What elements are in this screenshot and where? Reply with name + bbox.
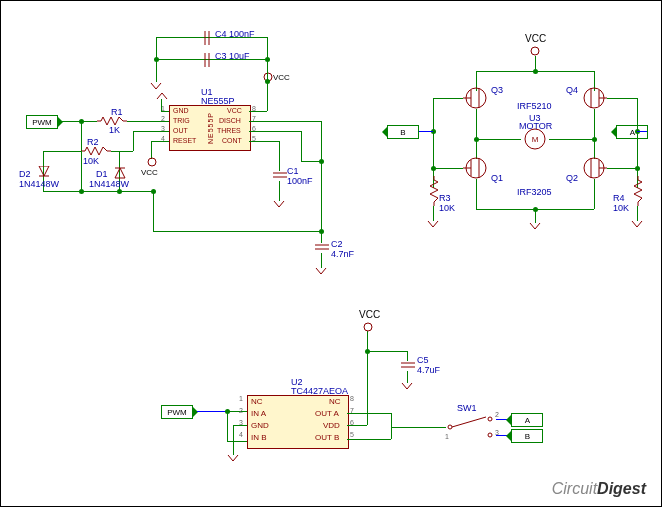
- wire: [133, 131, 134, 151]
- wire: [197, 411, 227, 412]
- pin4-label: IN B: [251, 433, 267, 442]
- r1-ref: R1: [111, 107, 123, 117]
- junction: [533, 69, 538, 74]
- pin-num: 1: [239, 395, 243, 402]
- u3-val: MOTOR: [519, 121, 552, 131]
- gnd-icon: [528, 221, 542, 231]
- cap-c2: [315, 241, 329, 255]
- wire: [153, 191, 154, 231]
- vcc-label: VCC: [359, 309, 380, 320]
- c3-ref: C3: [215, 51, 227, 61]
- junction: [319, 159, 324, 164]
- wire: [227, 411, 228, 441]
- switch-sw1: [446, 413, 496, 441]
- wire: [367, 331, 368, 425]
- wire: [161, 111, 169, 112]
- c1-val: 100nF: [287, 176, 313, 186]
- pin7-label: OUT A: [315, 409, 339, 418]
- sw-pin2: 2: [495, 411, 499, 418]
- pin2-label: IN A: [251, 409, 266, 418]
- wire: [594, 109, 595, 139]
- svg-line-39: [452, 417, 486, 427]
- mosfet-q1: [463, 156, 489, 180]
- wire: [227, 411, 247, 412]
- pin2-label: TRIG: [173, 117, 190, 124]
- wire: [607, 168, 637, 169]
- junction: [265, 57, 270, 62]
- gnd-icon: [314, 266, 328, 276]
- svg-marker-0: [39, 166, 49, 176]
- svg-point-38: [488, 433, 492, 437]
- wire: [249, 111, 267, 112]
- gnd-icon: [272, 199, 286, 209]
- u1-val: NE555P: [201, 96, 235, 106]
- svg-point-14: [531, 47, 539, 55]
- pin8-label: VCC: [227, 107, 242, 114]
- gnd-icon: [155, 91, 169, 101]
- wire: [476, 179, 477, 209]
- svg-point-36: [448, 425, 452, 429]
- gnd-icon: [630, 219, 644, 229]
- c4-val: 100nF: [229, 29, 255, 39]
- pin7-label: DISCH: [219, 117, 241, 124]
- svg-marker-2: [115, 168, 125, 178]
- c3-val: 10uF: [229, 51, 250, 61]
- port-pwm-in-2: PWM: [161, 405, 193, 419]
- chip-marking: NE555P: [207, 112, 214, 144]
- pin6-label: THRES: [217, 127, 241, 134]
- wire: [476, 109, 477, 139]
- wire: [227, 441, 247, 442]
- resistor-r3: [430, 176, 438, 206]
- port-label: A: [524, 416, 529, 425]
- c5-ref: C5: [417, 355, 429, 365]
- wire: [43, 191, 153, 192]
- mosfet-q4: [581, 86, 607, 110]
- r3-ref: R3: [439, 193, 451, 203]
- wire: [391, 427, 392, 439]
- c2-ref: C2: [331, 239, 343, 249]
- port-label: B: [400, 128, 405, 137]
- pin1-label: GND: [173, 107, 189, 114]
- port-label: A: [629, 128, 634, 137]
- cap-c3: [201, 53, 213, 69]
- cap-c4: [201, 31, 213, 47]
- r1-val: 1K: [109, 125, 120, 135]
- port-a-in: A: [616, 125, 648, 139]
- logo: CircuitDigest: [552, 480, 646, 498]
- r2-ref: R2: [87, 137, 99, 147]
- port-label: PWM: [167, 408, 187, 417]
- pin-num: 4: [239, 431, 243, 438]
- u2-val: TC4427AEOA: [291, 386, 348, 396]
- junction: [151, 189, 156, 194]
- vcc-label: VCC: [141, 168, 158, 177]
- resistor-r4: [634, 176, 642, 206]
- vcc-icon: [146, 156, 158, 168]
- wire: [476, 139, 521, 140]
- wire: [233, 425, 247, 426]
- pin8-label: NC: [329, 397, 341, 406]
- gnd-icon: [426, 219, 440, 229]
- wire: [249, 121, 321, 122]
- r4-val: 10K: [613, 203, 629, 213]
- d2-ref: D2: [19, 169, 31, 179]
- junction: [154, 57, 159, 62]
- pin3-label: GND: [251, 421, 269, 430]
- resistor-r1: [97, 117, 127, 125]
- port-pwm-in-1: PWM: [26, 115, 58, 129]
- wire: [607, 98, 637, 99]
- wire: [549, 139, 594, 140]
- d1-val: 1N4148W: [89, 179, 129, 189]
- wire: [419, 131, 433, 132]
- wire: [151, 141, 169, 142]
- c4-ref: C4: [215, 29, 227, 39]
- wire: [81, 151, 82, 191]
- svg-point-37: [488, 417, 492, 421]
- wire: [347, 425, 367, 426]
- wire: [321, 121, 322, 231]
- svg-point-4: [148, 158, 156, 166]
- mosfet-q3: [463, 86, 489, 110]
- mosfet-q2: [581, 156, 607, 180]
- pin6-label: VDD: [323, 421, 340, 430]
- svg-point-33: [364, 323, 372, 331]
- gnd-icon: [400, 381, 414, 391]
